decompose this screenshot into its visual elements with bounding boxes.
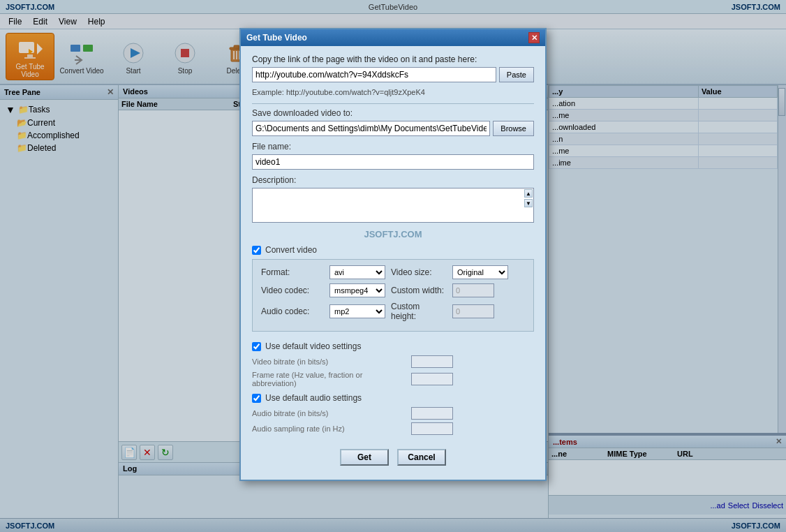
url-example: Example: http://youtube.com/watch?v=qljt… — [252, 88, 534, 96]
audio-sampling-row: Audio sampling rate (in Hz) — [252, 422, 534, 435]
dialog-title: Get Tube Video — [246, 33, 307, 43]
default-audio-row: Use default audio settings — [252, 393, 534, 403]
convert-video-checkbox[interactable] — [252, 246, 261, 255]
custom-height-input[interactable] — [452, 304, 494, 318]
get-tube-video-dialog: Get Tube Video ✕ Copy the link of the pa… — [239, 28, 547, 481]
dialog-close-btn[interactable]: ✕ — [528, 32, 540, 43]
convert-video-label: Convert video — [265, 245, 317, 255]
description-textarea[interactable] — [252, 188, 534, 223]
description-label: Description: — [252, 175, 534, 185]
audio-bitrate-input[interactable] — [411, 407, 453, 420]
video-codec-row: Video codec: msmpeg4 mpeg4 xvid Custom w… — [261, 283, 525, 297]
get-button[interactable]: Get — [340, 449, 389, 466]
video-codec-select[interactable]: msmpeg4 mpeg4 xvid — [329, 283, 385, 297]
video-size-select[interactable]: Original Custom — [452, 265, 508, 279]
custom-height-label: Custom height: — [391, 302, 447, 321]
custom-width-label: Custom width: — [391, 286, 447, 295]
desc-scroll-down[interactable]: ▼ — [524, 199, 533, 207]
default-video-label: Use default video settings — [265, 341, 361, 351]
cancel-button[interactable]: Cancel — [397, 449, 446, 466]
dialog-footer: Get Cancel — [252, 442, 534, 471]
frame-rate-row: Frame rate (Hz value, fraction or abbrev… — [252, 371, 534, 387]
default-video-row: Use default video settings — [252, 341, 534, 351]
paste-button[interactable]: Paste — [499, 67, 534, 82]
audio-bitrate-label: Audio bitrate (in bits/s) — [252, 409, 406, 418]
frame-rate-label: Frame rate (Hz value, fraction or abbrev… — [252, 371, 406, 387]
url-label: Copy the link of the page with the video… — [252, 54, 534, 64]
format-select[interactable]: avi mp4 mkv wmv — [329, 265, 385, 279]
save-label: Save downloaded video to: — [252, 108, 534, 118]
filename-row — [252, 154, 534, 170]
audio-sampling-label: Audio sampling rate (in Hz) — [252, 424, 406, 433]
frame-rate-input[interactable] — [411, 373, 453, 385]
dialog-title-bar: Get Tube Video ✕ — [241, 29, 545, 46]
video-bitrate-input[interactable] — [411, 355, 453, 368]
watermark: JSOFTJ.COM — [252, 229, 534, 239]
settings-section: Use default video settings Video bitrate… — [252, 332, 534, 442]
desc-scroll-up[interactable]: ▲ — [524, 189, 533, 198]
audio-codec-select[interactable]: mp2 mp3 aac — [329, 304, 385, 318]
save-path-input[interactable] — [252, 121, 490, 136]
video-size-label: Video size: — [391, 267, 447, 277]
default-video-checkbox[interactable] — [252, 342, 261, 351]
filename-label: File name: — [252, 142, 534, 152]
dialog-overlay: Get Tube Video ✕ Copy the link of the pa… — [0, 0, 786, 532]
format-label: Format: — [261, 267, 324, 277]
url-row: Paste — [252, 67, 534, 82]
convert-section: Format: avi mp4 mkv wmv Video size: Orig… — [252, 259, 534, 332]
default-audio-label: Use default audio settings — [265, 393, 362, 403]
video-codec-label: Video codec: — [261, 286, 324, 295]
audio-codec-label: Audio codec: — [261, 306, 324, 316]
audio-sampling-input[interactable] — [411, 422, 453, 435]
default-audio-checkbox[interactable] — [252, 394, 261, 403]
save-row: Browse — [252, 121, 534, 136]
convert-video-row: Convert video — [252, 245, 534, 255]
filename-input[interactable] — [252, 154, 534, 170]
dialog-body: Copy the link of the page with the video… — [241, 46, 545, 480]
audio-bitrate-row: Audio bitrate (in bits/s) — [252, 407, 534, 420]
custom-width-input[interactable] — [452, 283, 494, 297]
video-bitrate-row: Video bitrate (in bits/s) — [252, 355, 534, 368]
sep1 — [252, 103, 534, 104]
video-bitrate-label: Video bitrate (in bits/s) — [252, 357, 406, 366]
url-input[interactable] — [252, 67, 496, 82]
audio-codec-row: Audio codec: mp2 mp3 aac Custom height: — [261, 302, 525, 321]
browse-button[interactable]: Browse — [493, 121, 534, 136]
format-row: Format: avi mp4 mkv wmv Video size: Orig… — [261, 265, 525, 279]
